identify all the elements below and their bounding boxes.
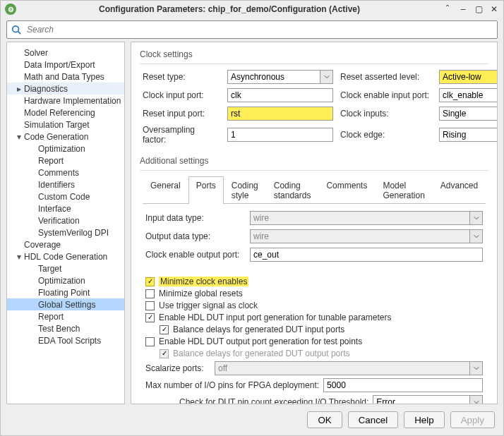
clock-enable-input-port-label: Clock enable input port: (340, 90, 432, 100)
tab-comments[interactable]: Comments (318, 176, 375, 204)
tree-item-label: Hardware Implementation (24, 96, 121, 106)
clock-input-port-field[interactable] (227, 88, 333, 102)
enable-dut-input-label: Enable HDL DUT input port generation for… (159, 313, 392, 322)
minimize-clock-enables-row[interactable]: Minimize clock enables (145, 277, 483, 286)
tree-item-label: Code Generation (24, 132, 88, 142)
search-input[interactable] (25, 24, 493, 35)
tree-item-identifiers[interactable]: Identifiers (7, 178, 124, 190)
dut-pin-check-label: Check for DUT pin count exceeding I/O Th… (179, 397, 368, 404)
dut-pin-check-select[interactable] (373, 395, 483, 404)
tree-item-data-import-export[interactable]: Data Import/Export (7, 59, 124, 71)
tree-item-eda-tool-scripts[interactable]: EDA Tool Scripts (7, 334, 124, 346)
tab-ports[interactable]: Ports (188, 176, 224, 204)
tree-item-model-referencing[interactable]: Model Referencing (7, 107, 124, 119)
tree-item-label: Coverage (24, 240, 61, 250)
clock-inputs-value[interactable] (439, 107, 498, 121)
clock-edge-select[interactable] (439, 128, 498, 142)
checkbox-icon[interactable] (145, 313, 155, 322)
reset-type-value[interactable] (227, 70, 320, 84)
caret-icon: ▾ (16, 252, 23, 262)
tab-model-generation[interactable]: Model Generation (375, 176, 432, 204)
nav-tree[interactable]: SolverData Import/ExportMath and Data Ty… (6, 42, 125, 404)
ok-button[interactable]: OK (307, 411, 342, 428)
content-pane: Clock settings Reset type: Reset asserte… (131, 42, 498, 404)
tree-item-verification[interactable]: Verification (7, 214, 124, 226)
checkbox-icon[interactable] (160, 325, 169, 334)
tree-item-label: HDL Code Generation (24, 252, 107, 262)
input-data-type-value (250, 211, 470, 225)
use-trigger-label: Use trigger signal as clock (159, 301, 258, 310)
tree-item-report[interactable]: Report (7, 310, 124, 322)
tree-item-comments[interactable]: Comments (7, 166, 124, 178)
tree-item-floating-point[interactable]: Floating Point (7, 286, 124, 298)
oversampling-field[interactable] (227, 128, 333, 142)
minimize-global-resets-row[interactable]: Minimize global resets (145, 289, 483, 298)
clock-enable-input-port-field[interactable] (439, 88, 498, 102)
clock-inputs-select[interactable] (439, 107, 498, 121)
balance-input-row[interactable]: Balance delays for generated DUT input p… (160, 325, 483, 334)
apply-button: Apply (450, 411, 495, 428)
tree-item-systemverilog-dpi[interactable]: SystemVerilog DPI (7, 226, 124, 238)
tree-item-solver[interactable]: Solver (7, 47, 124, 59)
output-data-type-value (250, 229, 470, 243)
enable-dut-output-row[interactable]: Enable HDL DUT output port generation fo… (145, 337, 483, 346)
max-io-field[interactable] (323, 378, 483, 392)
tab-advanced[interactable]: Advanced (433, 176, 486, 204)
clock-inputs-label: Clock inputs: (340, 109, 432, 119)
tree-item-global-settings[interactable]: Global Settings (7, 298, 124, 310)
reset-type-select[interactable] (227, 70, 333, 84)
checkbox-icon[interactable] (145, 337, 155, 346)
reset-input-port-label: Reset input port: (143, 109, 220, 119)
clock-edge-value[interactable] (439, 128, 498, 142)
clock-edge-label: Clock edge: (340, 130, 432, 140)
enable-dut-input-row[interactable]: Enable HDL DUT input port generation for… (145, 313, 483, 322)
tree-item-math-and-data-types[interactable]: Math and Data Types (7, 71, 124, 83)
tree-item-label: Custom Code (38, 192, 90, 202)
chevron-down-icon[interactable] (470, 229, 483, 243)
chevron-down-icon[interactable] (470, 395, 483, 404)
tree-item-simulation-target[interactable]: Simulation Target (7, 119, 124, 131)
titlebar-controls: ˆ – ▢ ✕ (443, 4, 499, 14)
tree-item-optimization[interactable]: Optimization (7, 143, 124, 155)
tree-item-code-generation[interactable]: ▾Code Generation (7, 131, 124, 143)
tree-item-target[interactable]: Target (7, 262, 124, 274)
tree-item-interface[interactable]: Interface (7, 202, 124, 214)
tree-item-diagnostics[interactable]: ▸Diagnostics (7, 83, 124, 95)
dut-pin-check-value[interactable] (373, 395, 470, 404)
tree-item-label: Optimization (38, 276, 85, 286)
output-data-type-select[interactable] (250, 229, 483, 243)
tree-item-custom-code[interactable]: Custom Code (7, 190, 124, 202)
input-data-type-label: Input data type: (145, 213, 244, 223)
close-icon[interactable]: ✕ (489, 4, 499, 14)
scalarize-select[interactable] (215, 361, 483, 375)
reset-asserted-value[interactable] (439, 70, 498, 84)
chevron-down-icon[interactable] (470, 361, 483, 375)
cancel-button[interactable]: Cancel (348, 411, 399, 428)
tree-item-test-bench[interactable]: Test Bench (7, 322, 124, 334)
chevron-down-icon[interactable] (320, 70, 333, 84)
help-button[interactable]: Help (404, 411, 444, 428)
tab-general[interactable]: General (143, 176, 188, 204)
tab-coding-style[interactable]: Coding style (224, 176, 266, 204)
roll-up-icon[interactable]: ˆ (443, 4, 452, 14)
reset-asserted-select[interactable] (439, 70, 498, 84)
reset-input-port-field[interactable] (227, 107, 333, 121)
tree-item-label: Math and Data Types (24, 72, 104, 82)
input-data-type-select[interactable] (250, 211, 483, 225)
checkbox-icon[interactable] (145, 289, 155, 298)
checkbox-icon[interactable] (145, 277, 155, 286)
checkbox-icon[interactable] (145, 301, 155, 310)
tree-item-coverage[interactable]: Coverage (7, 238, 124, 250)
chevron-down-icon[interactable] (470, 211, 483, 225)
search-wrap[interactable] (6, 20, 498, 39)
tree-item-hardware-implementation[interactable]: Hardware Implementation (7, 95, 124, 107)
maximize-icon[interactable]: ▢ (474, 4, 484, 14)
tab-coding-standards[interactable]: Coding standards (266, 176, 319, 204)
tree-item-optimization[interactable]: Optimization (7, 274, 124, 286)
clock-enable-output-port-field[interactable] (250, 248, 483, 262)
clock-settings-grid: Reset type: Reset asserted level: Clock … (143, 70, 488, 145)
use-trigger-row[interactable]: Use trigger signal as clock (145, 301, 483, 310)
tree-item-hdl-code-generation[interactable]: ▾HDL Code Generation (7, 250, 124, 262)
minimize-icon[interactable]: – (458, 4, 468, 14)
tree-item-report[interactable]: Report (7, 155, 124, 166)
